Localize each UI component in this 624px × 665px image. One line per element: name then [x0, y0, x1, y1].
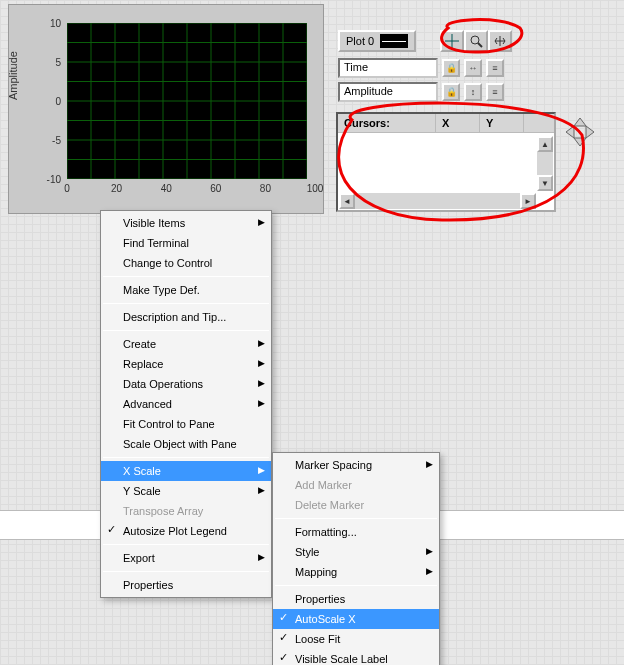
zoom-tool[interactable] [464, 30, 488, 52]
lock-icon: 🔒 [446, 87, 457, 97]
x-scale-lock-button[interactable]: 🔒 [442, 59, 460, 77]
x-scale-format-button[interactable]: ≡ [486, 59, 504, 77]
submenu-add-marker: Add Marker [273, 475, 439, 495]
check-icon: ✓ [107, 523, 116, 536]
x-tick: 40 [161, 183, 172, 194]
submenu-formatting[interactable]: Formatting... [273, 522, 439, 542]
x-tick: 0 [64, 183, 70, 194]
submenu-arrow-icon: ▶ [258, 465, 265, 475]
cursor-header-y: Y [480, 114, 524, 132]
svg-marker-24 [574, 118, 586, 126]
submenu-arrow-icon: ▶ [258, 378, 265, 388]
submenu-mapping[interactable]: Mapping▶ [273, 562, 439, 582]
autoscale-x-icon: ↔ [469, 63, 478, 73]
y-scale-lock-button[interactable]: 🔒 [442, 83, 460, 101]
y-scale-autoscale-button[interactable]: ↕ [464, 83, 482, 101]
submenu-arrow-icon: ▶ [426, 459, 433, 469]
x-scale-submenu: Marker Spacing▶ Add Marker Delete Marker… [272, 452, 440, 665]
legend-line-style-icon[interactable] [380, 34, 408, 48]
submenu-arrow-icon: ▶ [426, 566, 433, 576]
scroll-left-button[interactable]: ◄ [339, 193, 355, 209]
submenu-arrow-icon: ▶ [258, 217, 265, 227]
submenu-delete-marker: Delete Marker [273, 495, 439, 515]
menu-x-scale[interactable]: X Scale▶ [101, 461, 271, 481]
graph-context-menu: Visible Items▶ Find Terminal Change to C… [100, 210, 272, 598]
cursor-header-cursors: Cursors: [338, 114, 436, 132]
x-scale-autoscale-button[interactable]: ↔ [464, 59, 482, 77]
x-tick: 20 [111, 183, 122, 194]
check-icon: ✓ [279, 631, 288, 644]
plot-legend[interactable]: Plot 0 [338, 30, 416, 52]
menu-autosize-plot-legend[interactable]: ✓Autosize Plot Legend [101, 521, 271, 541]
submenu-arrow-icon: ▶ [426, 546, 433, 556]
svg-marker-25 [574, 138, 586, 146]
scroll-right-button[interactable]: ► [520, 193, 536, 209]
scroll-up-button[interactable]: ▲ [537, 136, 553, 152]
menu-make-type-def[interactable]: Make Type Def. [101, 280, 271, 300]
cursor-legend[interactable]: Cursors: X Y ▲ ▼ ◄ ► [336, 112, 556, 212]
menu-fit-control-to-pane[interactable]: Fit Control to Pane [101, 414, 271, 434]
plot-area[interactable] [67, 23, 307, 179]
menu-properties[interactable]: Properties [101, 575, 271, 595]
x-tick: 100 [307, 183, 324, 194]
menu-transpose-array: Transpose Array [101, 501, 271, 521]
menu-scale-object-with-pane[interactable]: Scale Object with Pane [101, 434, 271, 454]
cursor-table-header: Cursors: X Y [338, 114, 554, 133]
format-y-icon: ≡ [492, 87, 497, 97]
submenu-loose-fit[interactable]: ✓Loose Fit [273, 629, 439, 649]
x-tick: 80 [260, 183, 271, 194]
menu-data-operations[interactable]: Data Operations▶ [101, 374, 271, 394]
menu-y-scale[interactable]: Y Scale▶ [101, 481, 271, 501]
menu-find-terminal[interactable]: Find Terminal [101, 233, 271, 253]
menu-visible-items[interactable]: Visible Items▶ [101, 213, 271, 233]
y-scale-row: Amplitude 🔒 ↕ ≡ [338, 82, 504, 102]
submenu-properties[interactable]: Properties [273, 589, 439, 609]
submenu-marker-spacing[interactable]: Marker Spacing▶ [273, 455, 439, 475]
x-scale-row: Time 🔒 ↔ ≡ [338, 58, 504, 78]
svg-marker-26 [566, 126, 574, 138]
cursor-mover[interactable] [564, 116, 596, 148]
y-tick: -10 [47, 174, 61, 185]
menu-export[interactable]: Export▶ [101, 548, 271, 568]
y-axis: 10 5 0 -5 -10 [9, 23, 65, 179]
y-tick: 10 [50, 18, 61, 29]
svg-point-22 [471, 36, 479, 44]
submenu-arrow-icon: ▶ [258, 398, 265, 408]
submenu-autoscale-x[interactable]: ✓AutoScale X [273, 609, 439, 629]
menu-create[interactable]: Create▶ [101, 334, 271, 354]
x-scale-name-field[interactable]: Time [338, 58, 438, 78]
svg-line-23 [478, 43, 482, 47]
check-icon: ✓ [279, 611, 288, 624]
submenu-arrow-icon: ▶ [258, 358, 265, 368]
y-tick: -5 [52, 135, 61, 146]
y-scale-name-field[interactable]: Amplitude [338, 82, 438, 102]
y-scale-format-button[interactable]: ≡ [486, 83, 504, 101]
submenu-arrow-icon: ▶ [258, 552, 265, 562]
check-icon: ✓ [279, 651, 288, 664]
autoscale-y-icon: ↕ [471, 87, 476, 97]
submenu-visible-scale-label[interactable]: ✓Visible Scale Label [273, 649, 439, 665]
x-tick: 60 [210, 183, 221, 194]
menu-description-and-tip[interactable]: Description and Tip... [101, 307, 271, 327]
graph-palette [440, 30, 512, 52]
pan-tool[interactable] [488, 30, 512, 52]
waveform-graph[interactable]: Amplitude 10 5 0 -5 -10 [8, 4, 324, 214]
y-tick: 0 [55, 96, 61, 107]
legend-plot0-label: Plot 0 [346, 35, 374, 47]
svg-marker-27 [586, 126, 594, 138]
submenu-arrow-icon: ▶ [258, 485, 265, 495]
cursor-header-x: X [436, 114, 480, 132]
x-axis: 0 20 40 60 80 100 [67, 181, 315, 201]
menu-advanced[interactable]: Advanced▶ [101, 394, 271, 414]
menu-replace[interactable]: Replace▶ [101, 354, 271, 374]
labview-front-panel: { "chart_data": { "type": "line", "serie… [0, 0, 624, 665]
menu-change-to-control[interactable]: Change to Control [101, 253, 271, 273]
submenu-arrow-icon: ▶ [258, 338, 265, 348]
cursor-scrollbar-horizontal[interactable]: ◄ ► [339, 193, 536, 209]
submenu-style[interactable]: Style▶ [273, 542, 439, 562]
cursor-scrollbar-vertical[interactable]: ▲ ▼ [537, 136, 553, 191]
crosshair-tool[interactable] [440, 30, 464, 52]
y-tick: 5 [55, 57, 61, 68]
scroll-down-button[interactable]: ▼ [537, 175, 553, 191]
format-x-icon: ≡ [492, 63, 497, 73]
